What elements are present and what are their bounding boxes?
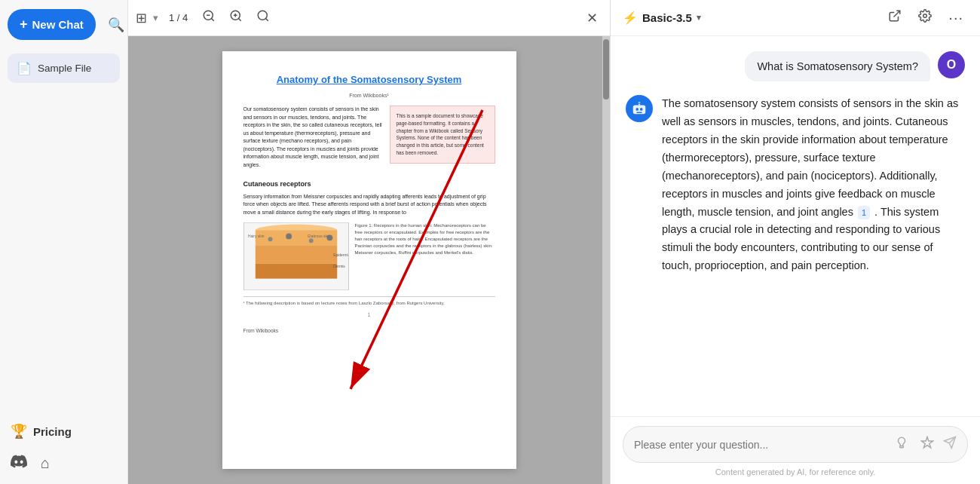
pdf-title: Anatomy of the Somatosensory System <box>243 72 495 87</box>
svg-text:Glabrous skin: Glabrous skin <box>307 234 329 238</box>
chat-input-area: Content generated by AI, for reference o… <box>611 416 980 484</box>
more-options-button[interactable]: ··· <box>944 6 968 29</box>
user-message: What is Somatosensory System? O <box>626 51 965 81</box>
discord-icon[interactable] <box>11 453 27 473</box>
new-chat-label: New Chat <box>32 18 84 31</box>
pricing-icon: 🏆 <box>11 423 27 440</box>
pdf-bottom-label: From Wikibooks <box>243 327 495 335</box>
zoom-in-button[interactable] <box>225 6 247 29</box>
svg-point-7 <box>259 11 268 20</box>
pdf-page: Anatomy of the Somatosensory System From… <box>222 51 516 469</box>
more-icon: ··· <box>948 9 963 26</box>
footnote-reference: 1 <box>858 206 870 219</box>
zoom-out-button[interactable] <box>198 6 219 29</box>
sidebar-bottom-icons: ⌂ <box>0 447 127 484</box>
sidebar-item-sample-file[interactable]: 📄 Sample File <box>8 54 120 83</box>
search-button[interactable]: 🔍 <box>103 12 129 38</box>
bolt-icon: ⚡ <box>623 11 638 25</box>
zoom-fit-button[interactable] <box>253 6 274 29</box>
pdf-page-number: 1 <box>243 311 495 320</box>
chat-messages: What is Somatosensory System? O T <box>611 36 980 416</box>
svg-rect-29 <box>636 112 642 113</box>
svg-point-15 <box>286 233 292 239</box>
svg-point-25 <box>923 14 927 18</box>
file-icon: 📄 <box>17 61 32 75</box>
pdf-section-title: Cutaneous receptors <box>243 179 495 190</box>
settings-button[interactable] <box>914 6 936 29</box>
file-item-label: Sample File <box>38 63 91 74</box>
send-button[interactable] <box>943 436 957 453</box>
pricing-label: Pricing <box>33 425 72 438</box>
ai-message-text: The somatosensory system consists of sen… <box>662 95 965 275</box>
pdf-content-area[interactable]: Anatomy of the Somatosensory System From… <box>128 36 610 484</box>
chevron-down-icon: ▾ <box>697 13 701 23</box>
pdf-footnote: ¹ The following description is based on … <box>243 296 495 307</box>
plus-icon: + <box>20 17 28 32</box>
svg-line-4 <box>239 18 241 20</box>
pdf-from-wiki: From Wikibooks¹ <box>243 92 495 100</box>
svg-line-1 <box>212 18 214 20</box>
svg-text:Hairy skin: Hairy skin <box>247 234 264 238</box>
pdf-panel: ⊞ ▾ 1 / 4 ✕ Anatomy of the Somatosensory… <box>128 0 611 484</box>
pdf-highlight-box: This is a sample document to showcase pa… <box>390 106 495 164</box>
ai-message: The somatosensory system consists of sen… <box>626 95 965 275</box>
pdf-section-text: Sensory information from Meissner corpus… <box>243 193 495 217</box>
model-name-label: Basic-3.5 <box>642 11 692 24</box>
svg-point-14 <box>268 237 272 241</box>
svg-point-28 <box>640 108 643 111</box>
svg-rect-12 <box>255 245 336 264</box>
toolbar-chevron-icon[interactable]: ▾ <box>153 12 158 23</box>
sidebar-spacer <box>0 89 127 412</box>
lightbulb-button[interactable] <box>892 434 911 455</box>
ai-avatar <box>626 95 653 122</box>
pdf-figure-area: Hairy skin Glabrous skin Epidermis Dermi… <box>243 222 495 290</box>
chat-header: ⚡ Basic-3.5 ▾ ··· <box>611 0 980 36</box>
pdf-figure-caption: Figure 1: Receptors in the human skin: M… <box>355 222 495 256</box>
new-chat-button[interactable]: + New Chat <box>8 9 96 40</box>
export-button[interactable] <box>884 6 906 29</box>
close-icon: ✕ <box>586 11 598 26</box>
footer-note: Content generated by AI, for reference o… <box>623 463 968 479</box>
chat-panel: ⚡ Basic-3.5 ▾ ··· What is Somatosensory … <box>611 0 980 484</box>
pdf-toolbar: ⊞ ▾ 1 / 4 ✕ <box>128 0 610 36</box>
pdf-page-info: 1 / 4 <box>169 12 188 23</box>
user-avatar: O <box>938 51 965 78</box>
svg-line-24 <box>894 11 900 17</box>
svg-point-16 <box>308 238 313 243</box>
home-icon[interactable]: ⌂ <box>41 455 50 472</box>
pricing-item[interactable]: 🏆 Pricing <box>0 412 127 447</box>
user-message-bubble: What is Somatosensory System? <box>745 51 930 81</box>
user-message-text: What is Somatosensory System? <box>757 60 918 72</box>
sidebar: + New Chat 🔍 📄 Sample File 🏆 Pricing ⌂ <box>0 0 128 484</box>
pdf-skin-diagram: Hairy skin Glabrous skin Epidermis Dermi… <box>243 222 349 290</box>
search-icon: 🔍 <box>108 17 124 32</box>
chat-input-row <box>623 426 968 463</box>
ai-response-part1: The somatosensory system consists of sen… <box>662 97 958 218</box>
svg-rect-13 <box>255 264 336 279</box>
sidebar-top: + New Chat 🔍 <box>0 0 127 47</box>
grid-icon[interactable]: ⊞ <box>136 10 147 26</box>
model-selector[interactable]: ⚡ Basic-3.5 ▾ <box>623 11 701 25</box>
svg-text:Epidermis: Epidermis <box>333 253 348 257</box>
svg-text:Dermis: Dermis <box>333 265 345 268</box>
svg-point-31 <box>639 102 641 104</box>
pdf-scrollbar-thumb <box>603 39 609 100</box>
pdf-body: This is a sample document to showcase pa… <box>243 106 495 173</box>
pdf-close-button[interactable]: ✕ <box>582 7 602 29</box>
magic-button[interactable] <box>917 434 937 455</box>
svg-line-8 <box>266 18 268 20</box>
svg-point-27 <box>635 108 639 111</box>
pdf-scrollbar[interactable] <box>602 36 610 484</box>
chat-input[interactable] <box>634 439 886 451</box>
